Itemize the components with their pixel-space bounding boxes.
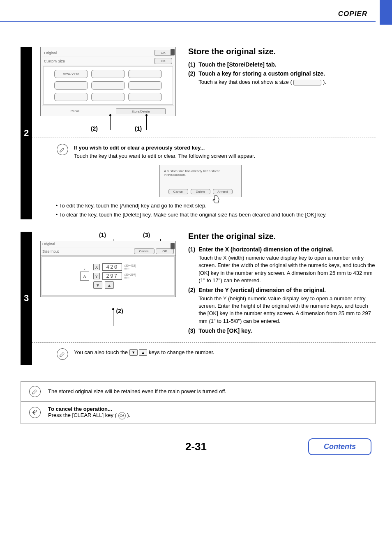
callout3-2: (2): [116, 308, 123, 314]
panel-ok-2[interactable]: OK: [154, 58, 172, 64]
item3-txt-1: Enter the X (horizontal) dimension of th…: [198, 246, 333, 253]
sub-prefix: Touch a key that does not show a size (: [198, 79, 292, 85]
panel-title: Original: [44, 51, 57, 55]
dialog-amend-button[interactable]: Amend: [213, 189, 233, 194]
pencil-icon: [57, 144, 68, 155]
step2-title: Store the original size.: [188, 47, 376, 56]
up-arrow-icon: ▲: [139, 349, 147, 356]
clear-all-key-icon: CA: [118, 412, 126, 419]
y-range: (25~297) mm: [125, 273, 136, 279]
boxed-notes: The stored original size will be retaine…: [21, 381, 376, 424]
callout3-1: (1): [99, 232, 106, 238]
item3-txt-2: Enter the Y (vertical) dimension of the …: [198, 287, 326, 293]
header-rule: [0, 21, 376, 22]
empty-key[interactable]: [128, 93, 162, 101]
step-2: 2 Original OK Custom Size OK: [21, 47, 376, 219]
item-num-2: (2): [188, 70, 195, 86]
down-arrow-icon: ▼: [129, 349, 138, 356]
x-range: (25~432) mm: [125, 264, 136, 270]
cancel-body-b: ).: [127, 412, 130, 418]
stored-key-1[interactable]: X254 Y210: [54, 70, 88, 78]
key-grid: X254 Y210: [43, 66, 173, 105]
dialog-cancel-button[interactable]: Cancel: [168, 189, 188, 194]
store-delete-tab[interactable]: Store/Delete: [116, 108, 166, 114]
step2-text: Store the original size. (1) Touch the […: [188, 47, 376, 132]
leader-dot: [145, 114, 148, 116]
empty-key[interactable]: [91, 93, 125, 101]
recall-tab[interactable]: Recall: [51, 108, 99, 114]
empty-key[interactable]: [91, 70, 125, 78]
section-title: COPIER: [338, 10, 367, 18]
bullet-2: To clear the key, touch the [Delete] key…: [59, 210, 376, 219]
panel-subtitle: Custom Size: [44, 59, 65, 63]
pencil-icon: [29, 386, 41, 397]
step2-note: If you wish to edit or clear a previousl…: [57, 144, 376, 160]
sub-suffix: ).: [323, 79, 326, 85]
x-label: X: [93, 264, 100, 270]
cursor-hand-icon: [210, 194, 221, 207]
dashed-divider: [32, 342, 376, 343]
orig-mark: A: [83, 274, 86, 279]
empty-key[interactable]: [128, 70, 162, 78]
item-txt-2: Touch a key for storing a custom origina…: [198, 70, 325, 77]
empty-key[interactable]: [91, 81, 125, 90]
scroll-thumb[interactable]: [171, 243, 175, 249]
empty-key[interactable]: [54, 81, 88, 90]
y-value-input[interactable]: 297: [102, 272, 122, 280]
item-txt-1: Touch the [Store/Delete] tab.: [198, 61, 376, 68]
item3-num-1: (1): [188, 246, 195, 284]
empty-key[interactable]: [54, 93, 88, 101]
leader-line: [146, 116, 147, 130]
cancel-title: To cancel the operation...: [48, 406, 112, 412]
leader-line: [110, 116, 111, 130]
step2-callouts: (2) (1): [40, 125, 176, 132]
note-bold: If you wish to edit or clear a previousl…: [74, 144, 376, 152]
item-sub-2: Touch a key that does not show a size ( …: [198, 78, 376, 86]
item3-txt-3: Touch the [OK] key.: [198, 327, 376, 334]
step3-text: Enter the original size. (1) Enter the X…: [188, 232, 376, 336]
item3-num-3: (3): [188, 327, 195, 334]
empty-key[interactable]: [128, 81, 162, 90]
note-body-text: Touch the key that you want to edit or c…: [74, 152, 376, 160]
step3-title: Enter the original size.: [188, 232, 376, 241]
dashed-divider: [32, 138, 376, 138]
cancel-body-a: Press the [CLEAR ALL] key (: [48, 412, 117, 418]
step2-diagram: Original OK Custom Size OK X254 Y210: [40, 47, 176, 132]
item3-num-2: (2): [188, 287, 195, 325]
note3-prefix: You can also touch the: [74, 349, 129, 355]
blank-key-icon: [293, 80, 321, 85]
page-footer: 2-31 Contents: [0, 440, 392, 453]
callout-2: (2): [91, 125, 98, 132]
panel3-cancel[interactable]: Cancel: [134, 248, 155, 254]
step3-note: You can also touch the ▼ ▲ keys to chang…: [57, 348, 376, 360]
item3-sub-2: Touch the Y (height) numeric value displ…: [198, 295, 376, 325]
panel-tabs: Recall Store/Delete: [42, 106, 174, 114]
panel3-subtitle: Size Input: [42, 249, 59, 253]
item-num-1: (1): [188, 61, 195, 68]
dialog-delete-button[interactable]: Delete: [191, 189, 210, 194]
pencil-icon: [57, 348, 68, 360]
scroll-thumb[interactable]: [171, 49, 175, 55]
increment-button[interactable]: ▲: [105, 281, 114, 289]
step-number-3-label: 3: [24, 293, 29, 304]
dialog-text-1: A custom size has already been stored: [164, 169, 237, 173]
callout3-3: (3): [143, 232, 150, 238]
panel3-title: Original: [42, 242, 55, 246]
custom-size-panel: Original OK Custom Size OK X254 Y210: [40, 47, 176, 116]
back-arrow-icon: [29, 407, 41, 418]
panel-ok-1[interactable]: OK: [154, 50, 172, 56]
retain-note: The stored original size will be retaine…: [48, 388, 226, 394]
callout-1: (1): [135, 125, 142, 132]
item3-sub-1: Touch the X (width) numeric value displa…: [198, 254, 376, 284]
x-value-input[interactable]: 420: [102, 263, 122, 271]
step3-diagram: (1) (3) Original: [40, 232, 176, 336]
step-number-2-label: 2: [24, 128, 29, 138]
side-tab: [380, 0, 392, 25]
leader-dot: [109, 114, 111, 116]
decrement-button[interactable]: ▼: [93, 281, 102, 289]
step-number-2: 2: [21, 47, 32, 219]
confirm-dialog: A custom size has already been stored in…: [159, 165, 242, 197]
note3-suffix: keys to change the number.: [149, 349, 214, 355]
dialog-text-2: in this location.: [164, 173, 237, 177]
contents-button[interactable]: Contents: [308, 438, 371, 455]
